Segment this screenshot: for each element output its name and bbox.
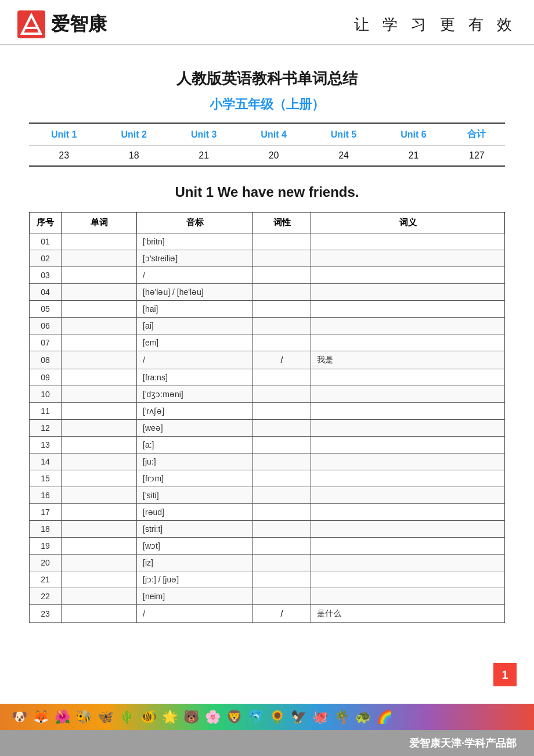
cell-phonetic: [iz] — [137, 555, 253, 571]
footer-icon-16: 🌴 — [334, 710, 349, 725]
cell-word — [62, 318, 137, 334]
cell-phonetic: [ai] — [137, 318, 253, 334]
cell-num: 19 — [30, 538, 62, 555]
summary-value-row: 231821202421127 — [29, 146, 505, 167]
cell-meaning — [311, 369, 505, 386]
cell-word — [62, 386, 137, 403]
table-row: 23//是什么 — [30, 605, 505, 623]
summary-header-cell: Unit 6 — [378, 123, 448, 146]
footer-icon-6: 🌵 — [119, 710, 135, 725]
footer-icon-5: 🦋 — [98, 710, 113, 725]
cell-phonetic: / — [137, 351, 253, 369]
footer: 🐶 🦊 🌺 🐝 🦋 🌵 🐠 🌟 🐻 🌸 🦁 🐬 🌻 🦅 🐙 🌴 🐢 🌈 爱智康天… — [0, 704, 534, 756]
cell-phonetic: [fra:ns] — [137, 369, 253, 386]
table-row: 17[rəud] — [30, 504, 505, 521]
cell-word — [62, 233, 137, 250]
cell-word — [62, 504, 137, 521]
table-row: 21[jɔ:] / [juə] — [30, 571, 505, 588]
table-row: 20[iz] — [30, 555, 505, 571]
cell-pos — [253, 420, 311, 437]
summary-value-cell: 18 — [99, 146, 168, 167]
cell-pos — [253, 284, 311, 301]
cell-num: 17 — [30, 504, 62, 521]
unit-title: Unit 1 We have new friends. — [29, 184, 505, 200]
cell-word — [62, 605, 137, 623]
table-row: 08//我是 — [30, 351, 505, 369]
cell-word — [62, 453, 137, 470]
summary-value-cell: 24 — [309, 146, 378, 167]
summary-value-cell: 23 — [29, 146, 99, 167]
cell-pos — [253, 470, 311, 487]
cell-pos — [253, 521, 311, 538]
footer-icon-11: 🦁 — [226, 710, 242, 725]
cell-num: 23 — [30, 605, 62, 623]
book-title: 人教版英语教科书单词总结 — [29, 69, 505, 89]
cell-num: 18 — [30, 521, 62, 538]
cell-num: 03 — [30, 267, 62, 284]
cell-phonetic: [neim] — [137, 588, 253, 605]
footer-icon-13: 🌻 — [269, 710, 285, 725]
table-row: 11['rʌʃə] — [30, 403, 505, 420]
cell-pos — [253, 588, 311, 605]
footer-icon-9: 🐻 — [183, 710, 199, 725]
cell-meaning — [311, 453, 505, 470]
cell-pos — [253, 403, 311, 420]
cell-num: 06 — [30, 318, 62, 334]
cell-word — [62, 470, 137, 487]
cell-num: 12 — [30, 420, 62, 437]
table-row: 05[hai] — [30, 301, 505, 318]
footer-icon-3: 🌺 — [55, 710, 70, 725]
logo-area: 爱智康 — [17, 10, 107, 38]
cell-word — [62, 588, 137, 605]
cell-word — [62, 301, 137, 318]
footer-icon-12: 🐬 — [248, 710, 264, 725]
cell-phonetic: [a:] — [137, 437, 253, 453]
cell-meaning — [311, 470, 505, 487]
cell-phonetic: [wɔt] — [137, 538, 253, 555]
summary-value-cell: 21 — [169, 146, 239, 167]
cell-meaning — [311, 403, 505, 420]
cell-meaning — [311, 538, 505, 555]
cell-num: 04 — [30, 284, 62, 301]
table-row: 19[wɔt] — [30, 538, 505, 555]
cell-meaning: 我是 — [311, 351, 505, 369]
table-row: 06[ai] — [30, 318, 505, 334]
cell-pos — [253, 233, 311, 250]
cell-phonetic: ['rʌʃə] — [137, 403, 253, 420]
table-row: 15[frɔm] — [30, 470, 505, 487]
table-row: 22[neim] — [30, 588, 505, 605]
summary-header-cell: Unit 2 — [99, 123, 168, 146]
footer-company-text: 爱智康天津·学科产品部 — [409, 736, 517, 750]
cell-num: 14 — [30, 453, 62, 470]
cell-pos — [253, 555, 311, 571]
cell-pos — [253, 334, 311, 351]
cell-phonetic: [hə'ləu] / [he'ləu] — [137, 284, 253, 301]
cell-phonetic: [jɔ:] / [juə] — [137, 571, 253, 588]
cell-phonetic: [rəud] — [137, 504, 253, 521]
cell-meaning — [311, 504, 505, 521]
cell-meaning — [311, 521, 505, 538]
cell-meaning — [311, 420, 505, 437]
table-row: 10['dʒɔ:məni] — [30, 386, 505, 403]
cell-meaning — [311, 334, 505, 351]
summary-header-cell: Unit 4 — [239, 123, 308, 146]
cell-meaning — [311, 284, 505, 301]
cell-pos — [253, 487, 311, 504]
footer-bottom: 爱智康天津·学科产品部 — [0, 730, 534, 756]
footer-icon-2: 🦊 — [33, 710, 49, 725]
main-content: 人教版英语教科书单词总结 小学五年级（上册） Unit 1Unit 2Unit … — [0, 45, 534, 669]
summary-value-cell: 127 — [449, 146, 505, 167]
word-header-cell: 词性 — [253, 213, 311, 233]
header: 爱智康 让 学 习 更 有 效 — [0, 0, 534, 45]
cell-phonetic: / — [137, 605, 253, 623]
cell-pos — [253, 437, 311, 453]
cell-pos — [253, 504, 311, 521]
cell-num: 08 — [30, 351, 62, 369]
cell-meaning — [311, 386, 505, 403]
cell-pos — [253, 571, 311, 588]
logo-icon — [17, 10, 45, 38]
summary-header-cell: 合计 — [449, 123, 505, 146]
cell-phonetic: ['dʒɔ:məni] — [137, 386, 253, 403]
table-row: 18[stri:t] — [30, 521, 505, 538]
footer-decoration: 🐶 🦊 🌺 🐝 🦋 🌵 🐠 🌟 🐻 🌸 🦁 🐬 🌻 🦅 🐙 🌴 🐢 🌈 — [0, 704, 534, 730]
